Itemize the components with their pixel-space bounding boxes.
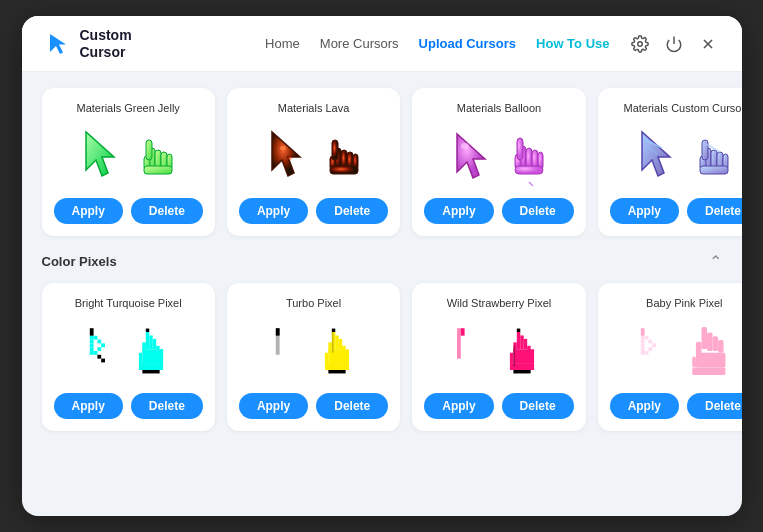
apply-wild-strawberry-button[interactable]: Apply <box>424 393 493 419</box>
svg-rect-76 <box>279 336 283 340</box>
svg-rect-119 <box>641 336 645 340</box>
svg-point-1 <box>637 41 642 46</box>
svg-rect-58 <box>146 329 149 332</box>
svg-rect-132 <box>718 340 724 353</box>
svg-point-15 <box>288 157 292 160</box>
delete-balloon-button[interactable]: Delete <box>502 198 574 224</box>
svg-rect-115 <box>517 329 520 332</box>
cursor-turquoise-hand <box>132 327 170 375</box>
delete-lava-button[interactable]: Delete <box>316 198 388 224</box>
card-custom-cursor-images <box>638 124 730 188</box>
card-custom-cursor-title: Materials Custom Cursor <box>623 102 741 114</box>
card-lava-buttons: Apply Delete <box>239 198 388 224</box>
card-lava: Materials Lava <box>227 88 400 236</box>
svg-rect-104 <box>465 351 469 355</box>
cursor-lava-hand <box>320 130 360 182</box>
logo-text: Custom Cursor <box>80 27 132 61</box>
svg-rect-126 <box>653 343 657 347</box>
cursor-balloon-arrow <box>453 126 497 186</box>
apply-turbo-button[interactable]: Apply <box>239 393 308 419</box>
svg-rect-98 <box>461 347 465 351</box>
card-balloon-images <box>453 124 545 188</box>
delete-turbo-button[interactable]: Delete <box>316 393 388 419</box>
card-bright-turquoise: Bright Turquoise Pixel <box>42 283 215 431</box>
svg-rect-86 <box>328 349 349 363</box>
close-icon[interactable] <box>698 34 718 54</box>
svg-point-14 <box>280 146 286 150</box>
svg-rect-120 <box>641 340 645 344</box>
svg-rect-89 <box>324 363 348 370</box>
nav-upload-cursors[interactable]: Upload Cursors <box>419 36 517 51</box>
svg-rect-97 <box>461 343 465 347</box>
card-bright-turquoise-images <box>86 319 170 383</box>
delete-bright-turquoise-button[interactable]: Delete <box>131 393 203 419</box>
cursor-custom-hand <box>690 130 730 182</box>
card-wild-strawberry-buttons: Apply Delete <box>424 393 573 419</box>
svg-rect-96 <box>461 340 465 344</box>
svg-rect-57 <box>101 359 105 363</box>
svg-rect-44 <box>90 328 94 332</box>
svg-rect-61 <box>153 339 156 349</box>
apply-green-jelly-button[interactable]: Apply <box>54 198 123 224</box>
svg-marker-0 <box>50 34 66 54</box>
svg-rect-127 <box>649 347 653 351</box>
nav-home[interactable]: Home <box>265 36 300 51</box>
svg-rect-64 <box>139 353 142 363</box>
apply-balloon-button[interactable]: Apply <box>424 198 493 224</box>
delete-wild-strawberry-button[interactable]: Delete <box>502 393 574 419</box>
svg-rect-101 <box>468 340 472 344</box>
card-bright-turquoise-buttons: Apply Delete <box>54 393 203 419</box>
svg-rect-46 <box>90 336 94 340</box>
svg-rect-106 <box>517 332 520 349</box>
apply-lava-button[interactable]: Apply <box>239 198 308 224</box>
svg-rect-65 <box>156 346 159 363</box>
cursor-balloon-hand <box>505 126 545 186</box>
nav-more-cursors[interactable]: More Cursors <box>320 36 399 51</box>
color-pixels-section-header: Color Pixels ⌃ <box>42 252 722 271</box>
apply-custom-cursor-button[interactable]: Apply <box>610 198 679 224</box>
svg-rect-91 <box>331 329 334 332</box>
svg-marker-33 <box>642 132 670 176</box>
svg-rect-108 <box>524 339 527 349</box>
svg-rect-105 <box>457 328 461 358</box>
svg-rect-68 <box>143 370 160 373</box>
card-wild-strawberry-images <box>457 319 541 383</box>
delete-green-jelly-button[interactable]: Delete <box>131 198 203 224</box>
collapse-color-pixels-button[interactable]: ⌃ <box>709 252 722 271</box>
nav-how-to-use[interactable]: How To Use <box>536 36 609 51</box>
svg-rect-112 <box>527 346 530 363</box>
svg-rect-21 <box>332 140 338 160</box>
svg-rect-77 <box>283 340 287 344</box>
cursor-strawberry-arrow <box>457 327 495 375</box>
cursor-green-jelly-arrow <box>82 130 126 182</box>
svg-rect-102 <box>472 343 476 347</box>
app-window: Custom Cursor Home More Cursors Upload C… <box>22 16 742 516</box>
color-pixels-grid: Bright Turquoise Pixel <box>42 283 722 431</box>
svg-rect-114 <box>513 370 530 373</box>
card-baby-pink-images <box>637 319 731 383</box>
delete-custom-cursor-button[interactable]: Delete <box>687 198 742 224</box>
svg-rect-56 <box>98 355 102 359</box>
card-turbo: Turbo Pixel <box>227 283 400 431</box>
svg-rect-67 <box>139 363 163 370</box>
settings-icon[interactable] <box>630 34 650 54</box>
svg-rect-125 <box>649 340 653 344</box>
svg-rect-80 <box>279 351 283 355</box>
svg-rect-22 <box>330 166 358 174</box>
header-icons <box>630 34 718 54</box>
svg-marker-23 <box>457 134 485 178</box>
svg-rect-66 <box>160 349 163 363</box>
svg-marker-5 <box>86 132 114 176</box>
delete-baby-pink-button[interactable]: Delete <box>687 393 742 419</box>
svg-rect-107 <box>520 335 523 349</box>
svg-rect-11 <box>146 140 152 160</box>
card-custom-cursor: Materials Custom Cursor <box>598 88 742 236</box>
svg-rect-111 <box>510 353 513 363</box>
power-icon[interactable] <box>664 34 684 54</box>
svg-rect-53 <box>101 343 105 347</box>
cursor-turbo-hand <box>318 327 356 375</box>
svg-rect-48 <box>90 343 94 347</box>
svg-point-24 <box>461 143 469 149</box>
apply-baby-pink-button[interactable]: Apply <box>610 393 679 419</box>
apply-bright-turquoise-button[interactable]: Apply <box>54 393 123 419</box>
